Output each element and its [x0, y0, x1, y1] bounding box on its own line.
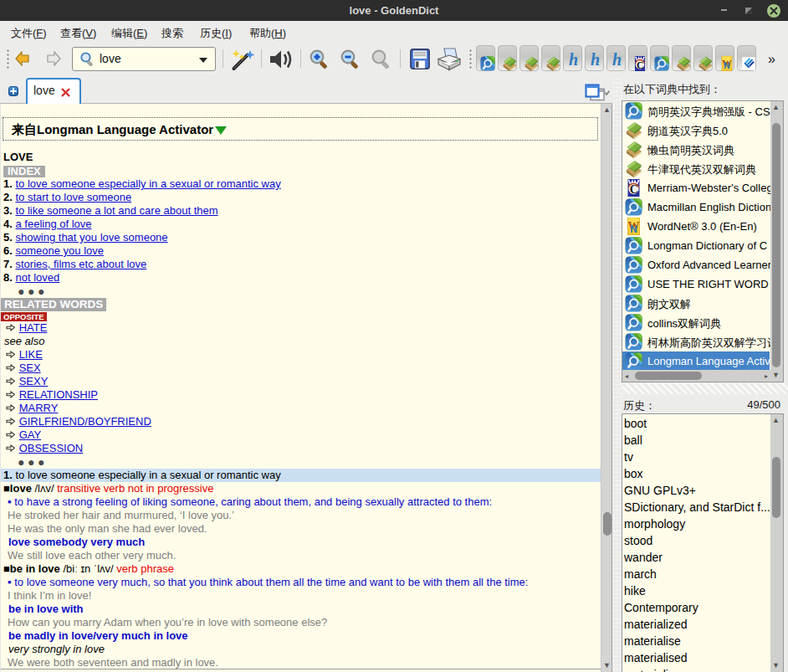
svg-text:C: C: [637, 59, 644, 71]
svg-text:C: C: [630, 183, 638, 196]
svg-text:N: N: [630, 223, 637, 235]
svg-text:N: N: [724, 61, 729, 70]
